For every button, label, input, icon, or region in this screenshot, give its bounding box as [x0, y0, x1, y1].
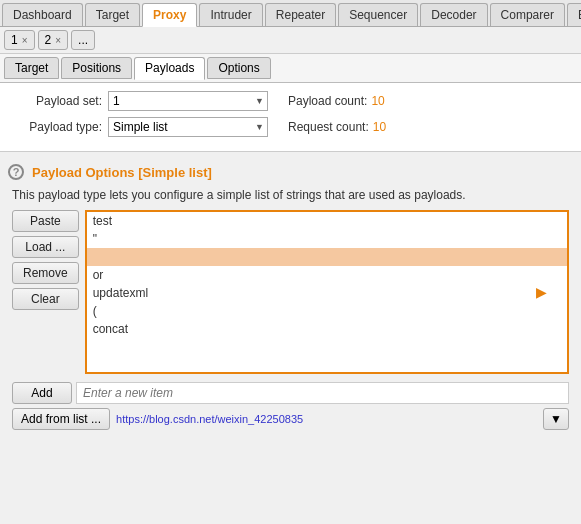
payload-set-select-wrapper: 1	[108, 91, 268, 111]
arrow-indicator: ▶	[536, 284, 547, 300]
list-item[interactable]: "	[87, 230, 567, 248]
tab-target[interactable]: Target	[85, 3, 140, 26]
section-description: This payload type lets you configure a s…	[12, 188, 569, 202]
remove-button[interactable]: Remove	[12, 262, 79, 284]
tab-positions[interactable]: Positions	[61, 57, 132, 79]
tab-sequencer[interactable]: Sequencer	[338, 3, 418, 26]
payload-type-select-wrapper: Simple list	[108, 117, 268, 137]
list-item[interactable]: test	[87, 212, 567, 230]
payload-set-select[interactable]: 1	[108, 91, 268, 111]
list-item[interactable]: (	[87, 302, 567, 320]
tab-repeater[interactable]: Repeater	[265, 3, 336, 26]
payload-type-label: Payload type:	[12, 120, 102, 134]
add-item-input[interactable]	[76, 382, 569, 404]
payload-count-label: Payload count:	[288, 94, 367, 108]
payload-list-area: Paste Load ... Remove Clear test " or up…	[12, 210, 569, 374]
main-content: Payload set: 1 Payload count: 10 Payload…	[0, 83, 581, 152]
sub-tab-more[interactable]: ...	[71, 30, 95, 50]
payload-type-row: Payload type: Simple list Request count:…	[12, 117, 569, 137]
clear-button[interactable]: Clear	[12, 288, 79, 310]
list-item[interactable]: concat	[87, 320, 567, 338]
payload-list[interactable]: test " or updatexml ( concat	[87, 212, 567, 372]
add-from-list-dropdown[interactable]: ▼	[543, 408, 569, 430]
tab-options[interactable]: Options	[207, 57, 270, 79]
sub-tab-1-label: 1	[11, 33, 18, 47]
tab-intruder[interactable]: Intruder	[199, 3, 262, 26]
payload-action-buttons: Paste Load ... Remove Clear	[12, 210, 79, 374]
request-count-label: Request count:	[288, 120, 369, 134]
load-button[interactable]: Load ...	[12, 236, 79, 258]
second-tabs-row: Target Positions Payloads Options	[0, 54, 581, 83]
main-nav: Dashboard Target Proxy Intruder Repeater…	[0, 0, 581, 27]
sub-tab-1[interactable]: 1 ×	[4, 30, 35, 50]
section-header: ? Payload Options [Simple list]	[0, 160, 581, 184]
sub-tabs-row: 1 × 2 × ...	[0, 27, 581, 54]
add-item-row: Add	[12, 382, 569, 404]
tab-comparer[interactable]: Comparer	[490, 3, 565, 26]
tab-target-second[interactable]: Target	[4, 57, 59, 79]
paste-button[interactable]: Paste	[12, 210, 79, 232]
add-button[interactable]: Add	[12, 382, 72, 404]
sub-tab-1-close[interactable]: ×	[22, 35, 28, 46]
section-title: Payload Options [Simple list]	[32, 165, 212, 180]
sub-tab-2-close[interactable]: ×	[55, 35, 61, 46]
payload-list-container: test " or updatexml ( concat ▶	[85, 210, 569, 374]
add-from-list-button[interactable]: Add from list ...	[12, 408, 110, 430]
add-from-list-row: Add from list ... https://blog.csdn.net/…	[12, 408, 569, 430]
sub-tab-2-label: 2	[45, 33, 52, 47]
tab-decoder[interactable]: Decoder	[420, 3, 487, 26]
list-item[interactable]: updatexml	[87, 284, 567, 302]
tab-payloads[interactable]: Payloads	[134, 57, 205, 80]
list-item-selected[interactable]	[87, 248, 567, 266]
sub-tab-2[interactable]: 2 ×	[38, 30, 69, 50]
url-label: https://blog.csdn.net/weixin_42250835	[116, 413, 543, 425]
tab-extend[interactable]: Extend...	[567, 3, 581, 26]
help-icon[interactable]: ?	[8, 164, 24, 180]
tab-proxy[interactable]: Proxy	[142, 3, 197, 27]
tab-dashboard[interactable]: Dashboard	[2, 3, 83, 26]
payload-type-select[interactable]: Simple list	[108, 117, 268, 137]
request-count-value: 10	[373, 120, 386, 134]
list-item[interactable]: or	[87, 266, 567, 284]
payload-set-row: Payload set: 1 Payload count: 10	[12, 91, 569, 111]
payload-count-value: 10	[371, 94, 384, 108]
payload-set-label: Payload set:	[12, 94, 102, 108]
